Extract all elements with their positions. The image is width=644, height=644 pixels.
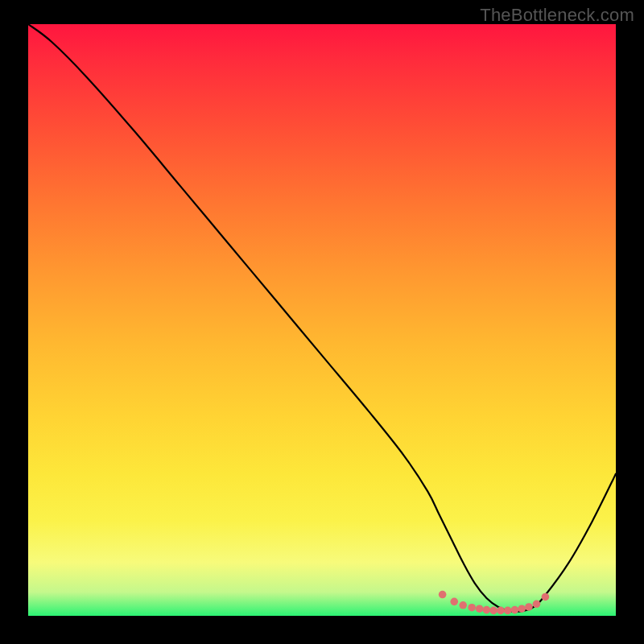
watermark-text: TheBottleneck.com — [480, 5, 634, 26]
valley-dot — [542, 593, 550, 601]
valley-markers — [439, 591, 549, 614]
valley-dot — [497, 607, 505, 615]
valley-dot — [518, 605, 526, 613]
valley-dot — [468, 604, 476, 612]
valley-dot — [533, 601, 541, 609]
bottleneck-curve — [28, 24, 616, 612]
plot-area — [28, 24, 616, 616]
valley-dot — [504, 607, 512, 615]
valley-dot — [511, 606, 519, 614]
chart-svg — [28, 24, 616, 616]
valley-dot — [483, 606, 491, 614]
valley-dot — [489, 607, 497, 615]
valley-dot — [450, 598, 458, 606]
valley-dot — [439, 591, 447, 599]
valley-dot — [459, 601, 467, 609]
valley-dot — [476, 605, 484, 613]
valley-dot — [525, 603, 533, 611]
